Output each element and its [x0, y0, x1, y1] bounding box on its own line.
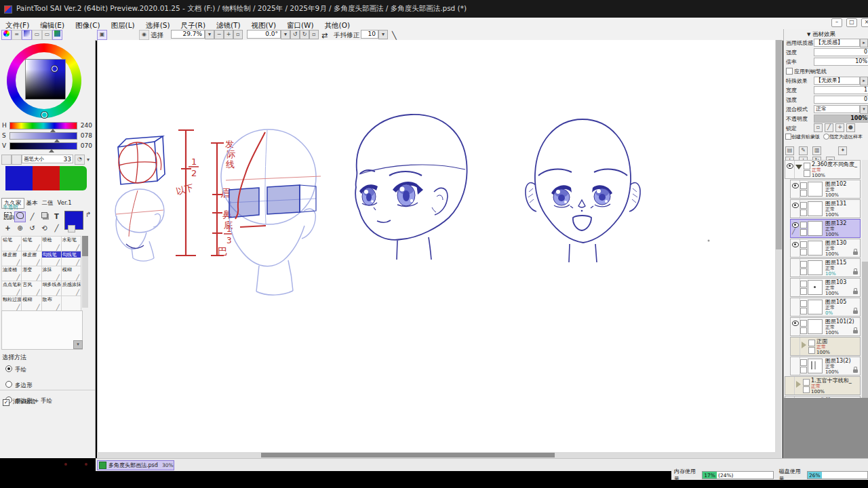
- brush-item[interactable]: 勾线笔╱: [62, 251, 81, 266]
- close-button[interactable]: ×: [861, 18, 868, 27]
- material-effect-header[interactable]: ▼ 画材效果: [807, 30, 835, 39]
- strength2-field[interactable]: 0: [814, 96, 868, 104]
- document-tab[interactable]: 多角度头部画法.psd 30%: [97, 460, 174, 470]
- special-effect-button[interactable]: ▸: [860, 77, 868, 85]
- brush-item[interactable]: 颗粒过渡╱: [2, 296, 22, 311]
- brush-item[interactable]: 渐变╱: [22, 266, 41, 281]
- selection-sample-radio[interactable]: [823, 134, 829, 140]
- saturation-value-square[interactable]: [25, 59, 66, 100]
- flip-icon[interactable]: ⇄: [321, 31, 328, 40]
- apply-pen-checkbox[interactable]: [786, 68, 793, 75]
- paper-texture-button[interactable]: ▸: [860, 39, 868, 47]
- saturation-slider[interactable]: [9, 132, 77, 140]
- subtab-label[interactable]: 半透明: [3, 204, 18, 211]
- brush-tab-1[interactable]: 基本: [24, 199, 40, 208]
- layer-thumbnail[interactable]: [808, 182, 823, 197]
- layer-thumbnail[interactable]: [808, 221, 823, 236]
- layer-visibility-toggle[interactable]: [791, 357, 800, 375]
- layer-visibility-toggle[interactable]: [791, 298, 800, 316]
- text-tool-icon[interactable]: T: [51, 211, 62, 222]
- brush-item[interactable]: 铅笔╱: [2, 237, 22, 251]
- undo-icon[interactable]: ⟲: [39, 223, 50, 234]
- scale-field[interactable]: 10%: [814, 58, 868, 66]
- brush-item[interactable]: 橡皮擦╱: [22, 251, 41, 266]
- canvas-horizontal-scroll-thumb[interactable]: [261, 453, 555, 458]
- rotate-cw-button[interactable]: ↻: [300, 30, 309, 39]
- layer-row[interactable]: 图层105正常0%: [790, 298, 861, 317]
- hue-marker[interactable]: [41, 112, 47, 118]
- gradient-panel-icon[interactable]: [22, 30, 32, 40]
- brush-item[interactable]: 模糊╱: [22, 296, 41, 311]
- eyedropper-icon[interactable]: ╱: [51, 223, 62, 234]
- lock-transparency-icon[interactable]: ▫: [814, 123, 823, 132]
- layer-row[interactable]: 图层102正常100%: [790, 180, 861, 199]
- zoom-value-field[interactable]: 29.7%: [171, 30, 205, 39]
- lock-pen-icon[interactable]: ╱: [825, 123, 833, 132]
- canvas-vertical-scroll-thumb[interactable]: [776, 40, 782, 249]
- antialias-checkbox[interactable]: ✓: [3, 399, 9, 406]
- move-tool-icon[interactable]: +: [2, 223, 14, 234]
- zoom-in-button[interactable]: +: [224, 30, 233, 39]
- opacity-slider[interactable]: 100%: [814, 115, 868, 123]
- brush-item[interactable]: 铅笔╱: [22, 237, 41, 251]
- layer-thumbnail[interactable]: [808, 241, 823, 256]
- folder-expanded-icon[interactable]: [795, 165, 802, 169]
- folder-collapsed-icon[interactable]: [802, 342, 806, 348]
- brush-size-dial-button[interactable]: ◔: [75, 155, 85, 165]
- paper-texture-value[interactable]: 【无质感】: [814, 39, 860, 47]
- layer-row[interactable]: ╱图层132正常100%: [790, 219, 861, 238]
- folder-collapsed-icon[interactable]: [796, 381, 801, 388]
- angle-reset-button[interactable]: ▫: [309, 30, 319, 39]
- rotate-view-icon[interactable]: ↺: [26, 223, 38, 234]
- layer-row[interactable]: 图层101(2)正常100%: [790, 317, 861, 336]
- antialias-option[interactable]: ✓ 消除锯齿: [3, 393, 36, 406]
- layer-row[interactable]: 图层13(2)正常100%: [790, 357, 861, 375]
- marquee-select-icon[interactable]: [2, 211, 14, 222]
- brush-item[interactable]: 涂抹╱: [42, 266, 62, 281]
- preview-resize-handle[interactable]: ▾: [73, 340, 83, 349]
- angle-dropdown-button[interactable]: ▾: [281, 30, 290, 39]
- radio-icon[interactable]: [5, 365, 12, 372]
- brush-item[interactable]: 模糊╱: [62, 266, 81, 281]
- maximize-button[interactable]: □: [846, 18, 857, 27]
- layer-folder-row[interactable]: 正面正常100%: [790, 337, 861, 356]
- swatch-green[interactable]: [60, 166, 87, 190]
- layer-visibility-toggle[interactable]: [791, 180, 800, 198]
- brush-item[interactable]: 油漆桶╱: [2, 266, 22, 281]
- tool-extra-slot[interactable]: [68, 225, 75, 232]
- zoom-tool-icon[interactable]: ⊕: [14, 223, 26, 234]
- brush-item[interactable]: 橡皮擦╱: [2, 251, 22, 266]
- stamp-tool-icon[interactable]: [39, 211, 50, 222]
- stabilizer-value-field[interactable]: 10: [361, 30, 378, 39]
- layer-visibility-toggle[interactable]: [785, 161, 795, 178]
- brush-grid-scrollbar[interactable]: [82, 236, 88, 308]
- layer-folder-row[interactable]: 1.五官十字线和_正常100%: [785, 376, 861, 395]
- brush-tab-3[interactable]: Ver.1: [56, 199, 74, 207]
- layer-list-scrollbar[interactable]: [862, 160, 868, 398]
- magic-wand-icon[interactable]: ╱: [26, 211, 38, 222]
- zoom-out-button[interactable]: −: [214, 30, 224, 39]
- value-slider[interactable]: [9, 142, 77, 150]
- brush-item[interactable]: 质感涂抹╱: [62, 281, 81, 296]
- strength1-field[interactable]: 0: [814, 48, 868, 56]
- swatch-slot-1[interactable]: [1, 155, 12, 165]
- blend-mode-button[interactable]: ▾: [860, 105, 868, 114]
- hue-slider[interactable]: [9, 122, 77, 129]
- layer-thumbnail[interactable]: [808, 359, 823, 373]
- layer-row[interactable]: 图层131正常100%: [790, 199, 861, 218]
- blend-mode-dropdown[interactable]: 正常: [814, 105, 860, 113]
- layer-visibility-toggle[interactable]: [791, 318, 800, 336]
- lock-move-icon[interactable]: +: [835, 123, 844, 132]
- brush-item[interactable]: 古风╱: [22, 281, 41, 296]
- swatch-blue[interactable]: [5, 166, 33, 190]
- layer-row[interactable]: 图层115正常10%: [790, 258, 861, 277]
- rotate-ccw-button[interactable]: ↺: [290, 30, 300, 39]
- brush-item[interactable]: 水彩笔╱: [62, 237, 81, 251]
- lock-all-icon[interactable]: ●: [846, 123, 855, 132]
- selection-method-option-1[interactable]: 多边形: [5, 377, 52, 390]
- panel-toggle-icon-1[interactable]: ▭: [32, 30, 42, 40]
- panel-toggle-icon-2[interactable]: ▭: [42, 30, 52, 40]
- layer-row[interactable]: 图层130正常100%: [790, 239, 861, 258]
- clipping-mask-checkbox[interactable]: [785, 134, 791, 140]
- scratchpad-panel-icon[interactable]: [52, 30, 62, 40]
